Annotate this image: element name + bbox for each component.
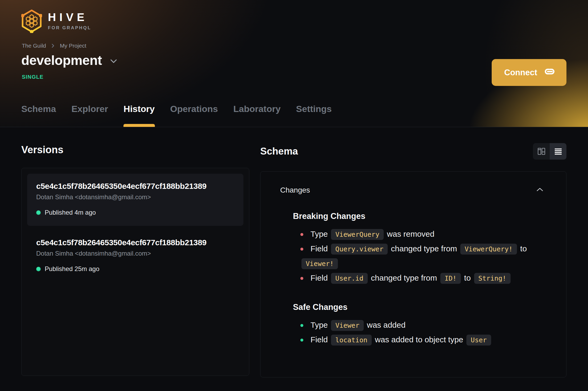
page-header: HIVE FOR GRAPHQL The Guild My Project de…: [0, 0, 588, 127]
code-chip: location: [331, 335, 371, 346]
changes-body: Breaking ChangesType ViewerQuery was rem…: [280, 211, 550, 347]
changes-title: Changes: [280, 186, 310, 194]
change-text: was removed: [385, 230, 434, 238]
hive-logo-icon: [21, 9, 42, 33]
code-chip: ID!: [440, 273, 461, 284]
versions-heading: Versions: [21, 144, 249, 156]
change-item: Field Query.viewer changed type from Vie…: [300, 242, 548, 271]
breaking-bullet-icon: [300, 248, 303, 251]
breaking-bullet-icon: [300, 233, 303, 236]
chevron-up-icon[interactable]: [536, 187, 544, 193]
safe-bullet-icon: [300, 324, 303, 327]
change-item: Type ViewerQuery was removed: [300, 227, 548, 242]
breadcrumb: The Guild My Project: [22, 43, 86, 49]
chevron-right-icon: [51, 43, 55, 49]
tab-laboratory[interactable]: Laboratory: [233, 104, 281, 127]
safe-changes-list: Type Viewer was addedField location was …: [293, 318, 548, 347]
code-chip: Viewer!: [301, 258, 338, 269]
change-text: Field: [310, 273, 330, 282]
version-card[interactable]: c5e4c1c5f78b26465350e4ecf677cf188bb21389…: [27, 230, 243, 282]
version-hash: c5e4c1c5f78b26465350e4ecf677cf188bb21389: [36, 238, 234, 247]
code-chip: String!: [474, 273, 511, 284]
version-author: Dotan Simha <dotansimha@gmail.com>: [36, 193, 234, 201]
safe-changes-heading: Safe Changes: [293, 302, 550, 312]
changes-panel: Changes Breaking ChangesType ViewerQuery…: [260, 171, 566, 377]
version-status: Published 4m ago: [36, 209, 234, 216]
versions-column: Versions c5e4c1c5f78b26465350e4ecf677cf1…: [21, 127, 249, 377]
breadcrumb-org-link[interactable]: The Guild: [22, 43, 46, 49]
change-text: changed type from: [369, 273, 439, 282]
change-text: Field: [310, 244, 330, 253]
code-chip: ViewerQuery: [331, 229, 384, 240]
schema-heading: Schema: [260, 146, 298, 157]
link-icon: [543, 66, 555, 80]
versions-panel: c5e4c1c5f78b26465350e4ecf677cf188bb21389…: [21, 168, 249, 376]
brand-text: HIVE FOR GRAPHQL: [48, 12, 91, 31]
change-text: was added to object type: [373, 335, 466, 344]
code-chip: User.id: [331, 273, 367, 284]
breaking-changes-heading: Breaking Changes: [293, 211, 550, 221]
list-view-icon: [554, 147, 562, 156]
published-status-icon: [36, 267, 41, 271]
breaking-changes-list: Type ViewerQuery was removedField Query.…: [293, 227, 548, 285]
target-mode-badge: SINGLE: [22, 74, 44, 80]
code-chip: User: [466, 335, 491, 346]
version-status: Published 25m ago: [36, 265, 234, 273]
changes-collapse-header[interactable]: Changes: [280, 186, 550, 194]
tab-schema[interactable]: Schema: [21, 104, 56, 127]
chevron-down-icon[interactable]: [110, 59, 117, 65]
breadcrumb-project-link[interactable]: My Project: [60, 43, 86, 49]
tab-explorer[interactable]: Explorer: [71, 104, 108, 127]
change-text: Type: [310, 321, 330, 329]
change-text: to: [462, 273, 473, 282]
change-text: was added: [365, 321, 405, 329]
version-status-label: Published 25m ago: [45, 265, 99, 273]
change-text: Field: [310, 335, 330, 344]
change-item: Field User.id changed type from ID! to S…: [300, 271, 548, 285]
version-hash: c5e4c1c5f78b26465350e4ecf677cf188bb21389: [36, 182, 234, 191]
version-status-label: Published 4m ago: [45, 209, 96, 216]
tab-bar: SchemaExplorerHistoryOperationsLaborator…: [21, 104, 332, 127]
split-view-icon: [537, 147, 546, 156]
tab-settings[interactable]: Settings: [296, 104, 332, 127]
change-text: changed type from: [389, 244, 459, 253]
code-chip: Viewer: [331, 320, 363, 331]
connect-button[interactable]: Connect: [492, 59, 566, 86]
version-author: Dotan Simha <dotansimha@gmail.com>: [36, 250, 234, 257]
split-view-button[interactable]: [533, 143, 550, 160]
change-text: to: [518, 244, 527, 253]
version-card[interactable]: c5e4c1c5f78b26465350e4ecf677cf188bb21389…: [27, 174, 243, 226]
schema-column: Schema: [260, 127, 566, 377]
change-text: Type: [310, 230, 330, 238]
main-content: Versions c5e4c1c5f78b26465350e4ecf677cf1…: [0, 127, 588, 377]
breaking-bullet-icon: [300, 277, 303, 280]
view-mode-toggle: [533, 143, 566, 160]
brand-name: HIVE: [48, 12, 91, 23]
published-status-icon: [36, 210, 41, 215]
code-chip: Query.viewer: [331, 244, 388, 255]
change-item: Type Viewer was added: [300, 318, 548, 332]
code-chip: ViewerQuery!: [460, 244, 517, 255]
tab-operations[interactable]: Operations: [170, 104, 218, 127]
brand-tagline: FOR GRAPHQL: [48, 25, 91, 31]
list-view-button[interactable]: [550, 143, 566, 160]
change-item: Field location was added to object type …: [300, 332, 548, 347]
page-title: development: [21, 53, 102, 68]
brand-logo[interactable]: HIVE FOR GRAPHQL: [21, 9, 91, 33]
safe-bullet-icon: [300, 339, 303, 342]
tab-history[interactable]: History: [123, 104, 155, 127]
connect-button-label: Connect: [504, 68, 537, 77]
